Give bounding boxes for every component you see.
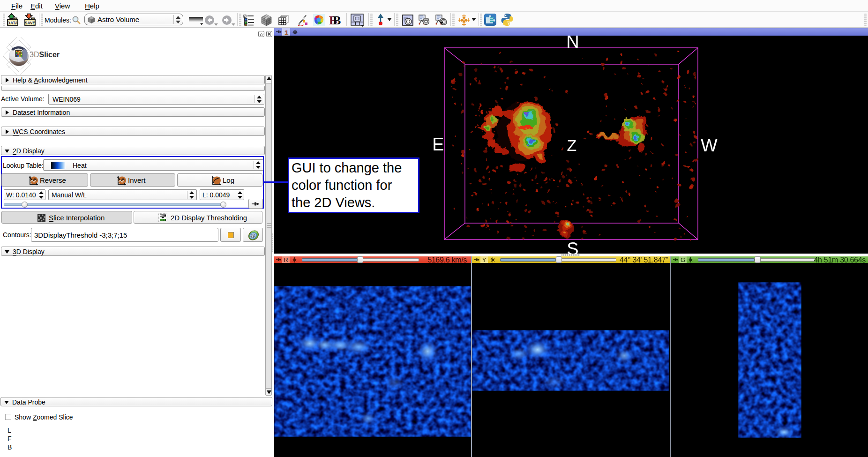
svg-text:S: S [567, 239, 578, 254]
svg-text:N: N [566, 36, 579, 52]
svg-text:SAVE: SAVE [25, 21, 36, 25]
svg-text:W: W [701, 135, 718, 155]
svg-text:B: B [333, 14, 341, 26]
svg-text:E: E [432, 135, 444, 154]
svg-text:DATA: DATA [7, 21, 18, 25]
svg-text:Z: Z [567, 136, 577, 154]
